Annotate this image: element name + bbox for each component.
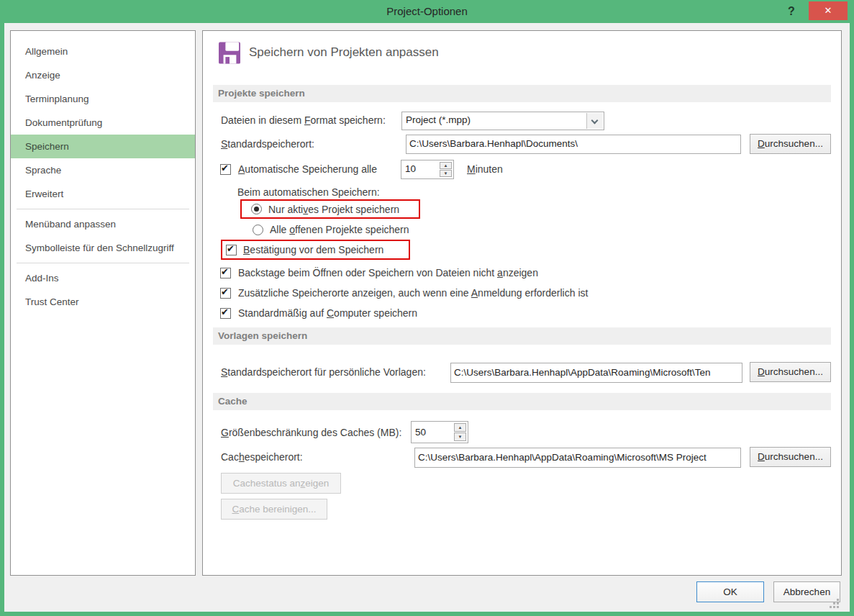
sidebar-divider	[17, 209, 189, 209]
cache-size-spinner[interactable]: 50 ▲ ▼	[411, 421, 468, 443]
radio-all-projects-row: Alle offenen Projekte speichern	[253, 224, 409, 235]
spin-down-icon[interactable]: ▼	[454, 432, 466, 441]
radio-all-projects[interactable]	[253, 225, 263, 235]
cache-status-button: Cachestatus anzeigen	[221, 473, 341, 494]
cache-location-input[interactable]: C:\Users\Barbara.Henhapl\AppData\Roaming…	[414, 448, 741, 468]
file-format-dropdown[interactable]: Project (*.mpp)	[401, 112, 604, 130]
format-label: Dateien in diesem Format speichern:	[221, 114, 386, 126]
sidebar-item-menueband[interactable]: Menüband anpassen	[11, 212, 195, 236]
browse-cache-button[interactable]: Durchsuchen...	[750, 447, 831, 467]
cache-location-label: Cachespeicherort:	[221, 451, 303, 463]
title-bar[interactable]: Project-Optionen ? ✕	[0, 0, 854, 23]
spin-up-icon[interactable]: ▲	[440, 162, 452, 169]
extra-locations-row: ✔ Zusätzliche Speicherorte anzeigen, auc…	[220, 287, 588, 299]
cache-clean-button: Cache bereinigen...	[221, 499, 327, 520]
sidebar-item-anzeige[interactable]: Anzeige	[11, 63, 195, 87]
annotation-box-active-project: Nur aktives Projekt speichern	[240, 199, 420, 219]
save-to-computer-row: ✔ Standardmäßig auf Computer speichern	[220, 307, 417, 319]
checkmark-icon: ✔	[221, 266, 229, 277]
radio-active-project[interactable]	[251, 204, 262, 214]
sidebar-item-terminplanung[interactable]: Terminplanung	[11, 87, 195, 111]
section-projekte-speichern: Projekte speichern	[213, 85, 831, 102]
default-location-label: Standardspeicherort:	[221, 138, 314, 150]
save-to-computer-label: Standardmäßig auf Computer speichern	[238, 307, 417, 319]
annotation-box-confirm-save: ✔ Bestätigung vor dem Speichern	[221, 240, 410, 260]
confirm-save-label: Bestätigung vor dem Speichern	[243, 244, 383, 255]
sidebar-item-speichern[interactable]: Speichern	[11, 135, 195, 158]
extra-locations-label: Zusätzliche Speicherorte anzeigen, auch …	[238, 287, 588, 299]
page-title: Speichern von Projekten anpassen	[249, 45, 439, 60]
templates-location-input[interactable]: C:\Users\Barbara.Henhapl\AppData\Roaming…	[450, 363, 742, 383]
dialog-body: Allgemein Anzeige Terminplanung Dokument…	[4, 23, 850, 612]
backstage-checkbox[interactable]: ✔	[220, 268, 231, 278]
sidebar-item-erweitert[interactable]: Erweitert	[11, 182, 195, 206]
autosave-checkbox[interactable]: ✔	[220, 164, 231, 175]
chevron-down-icon	[591, 117, 599, 124]
radio-dot	[254, 207, 259, 212]
cache-size-label: Größenbeschränkung des Caches (MB):	[221, 427, 401, 438]
dropdown-button[interactable]	[586, 113, 603, 129]
templates-location-label: Standardspeicherort für persönliche Vorl…	[221, 366, 426, 378]
sidebar-item-sprache[interactable]: Sprache	[11, 158, 195, 182]
checkmark-icon: ✔	[227, 243, 235, 254]
save-to-computer-checkbox[interactable]: ✔	[220, 308, 231, 319]
close-button[interactable]: ✕	[809, 1, 848, 20]
section-cache: Cache	[213, 393, 831, 410]
sidebar-item-symbolleiste[interactable]: Symbolleiste für den Schnellzugriff	[11, 236, 195, 260]
browse-default-location-button[interactable]: Durchsuchen...	[750, 134, 831, 154]
ok-button[interactable]: OK	[696, 581, 764, 602]
checkmark-icon: ✔	[221, 307, 229, 317]
checkmark-icon: ✔	[221, 286, 229, 297]
radio-all-projects-label: Alle offenen Projekte speichern	[270, 224, 409, 235]
close-icon: ✕	[825, 5, 832, 16]
sidebar-divider	[17, 263, 189, 263]
confirm-save-checkbox[interactable]: ✔	[226, 245, 237, 255]
autosave-label: Automatische Speicherung alle	[238, 163, 377, 175]
spin-up-icon[interactable]: ▲	[454, 423, 466, 432]
page-header: Speichern von Projekten anpassen	[219, 40, 439, 65]
save-disk-icon	[219, 42, 240, 64]
minutes-label: Minuten	[467, 163, 503, 175]
browse-templates-button[interactable]: Durchsuchen...	[750, 362, 831, 382]
autosave-row: ✔ Automatische Speicherung alle	[220, 163, 377, 175]
extra-locations-checkbox[interactable]: ✔	[220, 288, 231, 299]
sidebar-item-trustcenter[interactable]: Trust Center	[11, 290, 195, 314]
sidebar-item-dokumentpruefung[interactable]: Dokumentprüfung	[11, 111, 195, 135]
help-icon[interactable]: ?	[783, 3, 800, 20]
backstage-label: Backstage beim Öffnen oder Speichern von…	[238, 267, 538, 278]
default-location-input[interactable]: C:\Users\Barbara.Henhapl\Documents\	[406, 135, 741, 154]
checkmark-icon: ✔	[221, 163, 229, 173]
file-format-value: Project (*.mpp)	[406, 114, 471, 125]
autosave-minutes-spinner[interactable]: 10 ▲ ▼	[401, 160, 454, 179]
main-panel: Speichern von Projekten anpassen Projekt…	[202, 30, 842, 576]
backstage-row: ✔ Backstage beim Öffnen oder Speichern v…	[220, 267, 538, 278]
project-options-dialog: Project-Optionen ? ✕ Allgemein Anzeige T…	[0, 0, 854, 616]
sidebar-item-allgemein[interactable]: Allgemein	[11, 40, 195, 63]
resize-grip[interactable]	[830, 599, 840, 609]
when-autosaving-label: Beim automatischen Speichern:	[237, 186, 380, 198]
radio-active-project-label: Nur aktives Projekt speichern	[268, 204, 399, 215]
category-sidebar: Allgemein Anzeige Terminplanung Dokument…	[10, 30, 196, 576]
cache-size-value: 50	[415, 427, 426, 438]
autosave-minutes-value: 10	[405, 163, 416, 174]
spin-down-icon[interactable]: ▼	[440, 170, 452, 177]
section-vorlagen-speichern: Vorlagen speichern	[213, 327, 831, 345]
sidebar-item-addins[interactable]: Add-Ins	[11, 266, 195, 290]
window-title: Project-Optionen	[0, 5, 854, 17]
